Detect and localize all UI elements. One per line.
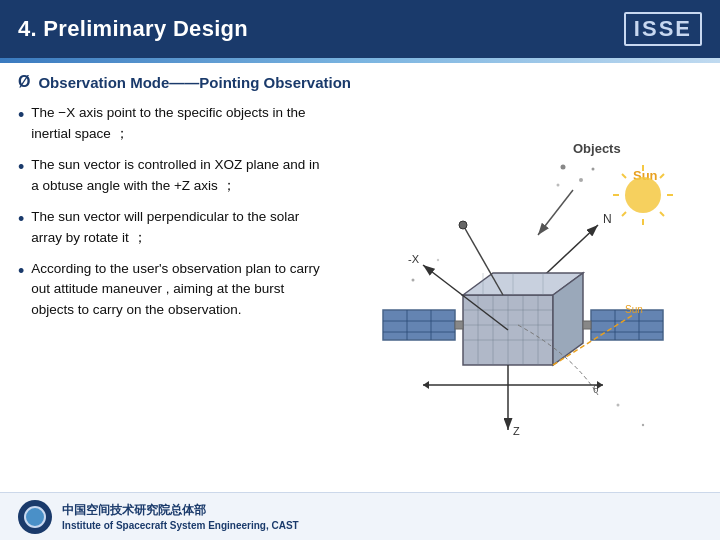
footer-logo (18, 500, 52, 534)
svg-point-62 (617, 404, 620, 407)
bullet-text-1: The −X axis point to the specific object… (31, 103, 328, 145)
svg-point-63 (642, 424, 644, 426)
footer-org-en: Institute of Spacecraft System Engineeri… (62, 519, 299, 532)
content-area: • The −X axis point to the specific obje… (0, 97, 720, 487)
svg-line-13 (660, 174, 664, 178)
svg-marker-48 (597, 381, 603, 389)
bullet-dot-1: • (18, 102, 24, 130)
bullet-item-2: • The sun vector is controlled in XOZ pl… (18, 155, 328, 197)
svg-rect-37 (455, 321, 463, 329)
isse-logo: ISSE (624, 12, 702, 46)
svg-line-11 (622, 174, 626, 178)
bullet-text-4: According to the user's observation plan… (31, 259, 328, 322)
svg-line-15 (538, 190, 573, 235)
svg-text:Objects: Objects (573, 141, 621, 156)
bullet-text-2: The sun vector is controlled in XOZ plan… (31, 155, 328, 197)
footer-text-block: 中国空间技术研究院总体部 Institute of Spacecraft Sys… (62, 502, 299, 532)
slide: 4. Preliminary Design ISSE Ø Observation… (0, 0, 720, 540)
svg-text:N: N (603, 212, 612, 226)
subtitle-bar: Ø Observation Mode——Pointing Observation (0, 63, 720, 97)
bullet-text-3: The sun vector will perpendicular to the… (31, 207, 328, 249)
svg-marker-49 (423, 381, 429, 389)
bullet-item-1: • The −X axis point to the specific obje… (18, 103, 328, 145)
slide-title: 4. Preliminary Design (18, 16, 248, 42)
bullet-item-3: • The sun vector will perpendicular to t… (18, 207, 328, 249)
svg-point-3 (557, 184, 560, 187)
svg-point-2 (579, 178, 583, 182)
svg-rect-43 (583, 321, 591, 329)
svg-point-1 (561, 165, 566, 170)
isse-logo-text: ISSE (624, 12, 702, 46)
footer-logo-inner (24, 506, 46, 528)
svg-point-6 (625, 177, 661, 213)
svg-point-61 (437, 259, 439, 261)
footer: 中国空间技术研究院总体部 Institute of Spacecraft Sys… (0, 492, 720, 540)
footer-org-cn: 中国空间技术研究院总体部 (62, 502, 299, 519)
spacecraft-diagram: Objects Sun (363, 125, 683, 465)
text-column: • The −X axis point to the specific obje… (18, 103, 328, 487)
svg-point-4 (592, 168, 595, 171)
svg-text:-X: -X (408, 253, 420, 265)
header: 4. Preliminary Design ISSE (0, 0, 720, 58)
subtitle-prefix: Ø (18, 73, 30, 91)
logo-area: ISSE (624, 12, 702, 46)
bullet-dot-2: • (18, 154, 24, 182)
bullet-dot-4: • (18, 258, 24, 286)
bullet-dot-3: • (18, 206, 24, 234)
svg-point-60 (412, 279, 415, 282)
subtitle-text: Observation Mode——Pointing Observation (38, 74, 351, 91)
diagram-column: Objects Sun (336, 103, 710, 487)
svg-text:Sun: Sun (625, 304, 643, 315)
svg-line-14 (622, 212, 626, 216)
svg-rect-32 (383, 310, 455, 340)
bullet-item-4: • According to the user's observation pl… (18, 259, 328, 322)
svg-line-12 (660, 212, 664, 216)
svg-point-45 (459, 221, 467, 229)
svg-text:Z: Z (513, 425, 520, 437)
